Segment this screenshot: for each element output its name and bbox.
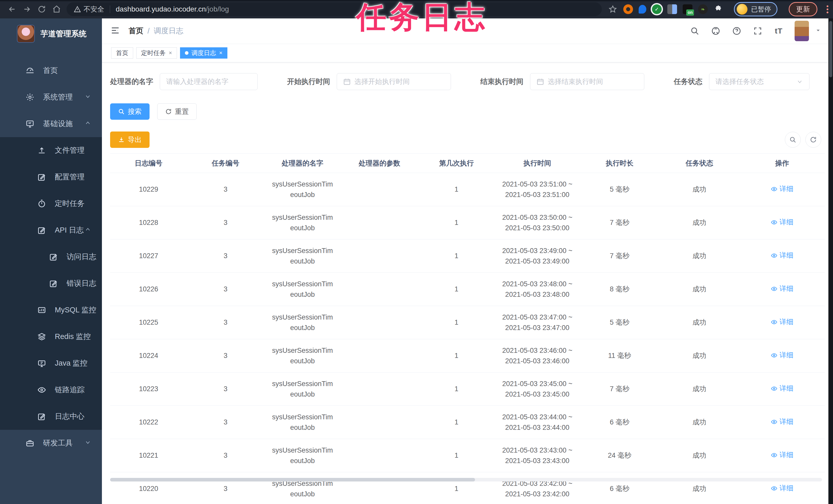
exec-time-cell: 2021-05-03 23:44:00 ~2021-05-03 23:44:00 bbox=[495, 412, 580, 433]
reload-icon[interactable] bbox=[34, 2, 49, 17]
chevron-down-icon[interactable] bbox=[815, 27, 821, 34]
actions-cell: 详细 bbox=[739, 483, 825, 495]
back-icon[interactable] bbox=[5, 2, 20, 17]
font-size-icon[interactable]: tT bbox=[774, 26, 784, 36]
sidebar-item-6[interactable]: API 日志 bbox=[0, 217, 102, 244]
extension-green-icon[interactable]: ✓ bbox=[652, 4, 662, 14]
extension-drop-icon[interactable] bbox=[639, 5, 646, 14]
browser-menu-icon[interactable] bbox=[827, 5, 828, 13]
vertical-scrollbar[interactable] bbox=[828, 19, 833, 504]
app-logo bbox=[17, 25, 35, 43]
sidebar-item-4[interactable]: 配置管理 bbox=[0, 164, 102, 190]
status-cell: 成功 bbox=[659, 417, 739, 428]
extension-switch-icon[interactable]: on bbox=[683, 4, 692, 14]
start-time-input-wrap bbox=[337, 73, 451, 90]
refresh-icon[interactable] bbox=[805, 132, 821, 148]
export-button[interactable]: 导出 bbox=[110, 131, 149, 148]
search-icon[interactable] bbox=[690, 26, 700, 36]
forward-icon[interactable] bbox=[20, 2, 34, 17]
java-icon bbox=[38, 359, 46, 368]
eye-icon bbox=[771, 485, 778, 492]
log-id-cell: 10224 bbox=[110, 351, 187, 361]
sidebar-item-9[interactable]: MySQL 监控 bbox=[0, 297, 102, 323]
breadcrumb-home[interactable]: 首页 bbox=[128, 26, 143, 36]
browser-toolbar: 不安全 dashboard.yudao.iocoder.cn/job/log ✓… bbox=[0, 0, 833, 19]
toggle-search-icon[interactable] bbox=[785, 132, 801, 148]
status-cell: 成功 bbox=[659, 218, 739, 228]
not-secure-warning[interactable]: 不安全 bbox=[74, 5, 104, 14]
home-icon[interactable] bbox=[49, 2, 64, 17]
search-button[interactable]: 搜索 bbox=[110, 103, 149, 120]
detail-link[interactable]: 详细 bbox=[771, 283, 793, 294]
handler-name-cell: sysUserSessionTimeoutJob bbox=[264, 312, 341, 333]
github-icon[interactable] bbox=[711, 26, 721, 36]
detail-link[interactable]: 详细 bbox=[771, 184, 793, 194]
fullscreen-icon[interactable] bbox=[753, 26, 763, 36]
task-id-cell: 3 bbox=[187, 417, 264, 428]
chevron-down-icon bbox=[85, 93, 91, 102]
sidebar-item-0[interactable]: 首页 bbox=[0, 57, 102, 84]
horizontal-scrollbar[interactable] bbox=[110, 478, 822, 481]
table-body: 102293sysUserSessionTimeoutJob12021-05-0… bbox=[110, 173, 825, 504]
bookmark-star-icon[interactable] bbox=[608, 4, 618, 14]
table-row: 102223sysUserSessionTimeoutJob12021-05-0… bbox=[110, 406, 825, 439]
sidebar-item-14[interactable]: 研发工具 bbox=[0, 430, 102, 456]
sidebar-item-11[interactable]: Java 监控 bbox=[0, 350, 102, 377]
duration-cell: 6 毫秒 bbox=[580, 417, 660, 428]
sidebar-logo-row[interactable]: 芋道管理系统 bbox=[0, 19, 102, 45]
log-id-cell: 10226 bbox=[110, 284, 187, 295]
eye-icon bbox=[771, 319, 778, 325]
vertical-scrollbar-thumb[interactable] bbox=[829, 21, 832, 77]
sidebar-item-5[interactable]: 定时任务 bbox=[0, 190, 102, 217]
extensions-puzzle-icon[interactable] bbox=[713, 4, 723, 14]
end-time-input-wrap bbox=[530, 73, 644, 90]
detail-link[interactable]: 详细 bbox=[771, 383, 793, 394]
sidebar-item-10[interactable]: Redis 监控 bbox=[0, 323, 102, 350]
end-time-input[interactable] bbox=[548, 78, 638, 86]
horizontal-scrollbar-thumb[interactable] bbox=[110, 478, 475, 481]
column-header-2: 处理器的名字 bbox=[264, 158, 341, 169]
sidebar-item-1[interactable]: 系统管理 bbox=[0, 84, 102, 110]
tag-2[interactable]: 调度日志× bbox=[180, 47, 228, 58]
detail-link[interactable]: 详细 bbox=[771, 450, 793, 460]
browser-update-button[interactable]: 更新 bbox=[789, 2, 817, 16]
eye-icon bbox=[38, 385, 46, 394]
address-bar[interactable]: 不安全 dashboard.yudao.iocoder.cn/job/log bbox=[67, 2, 602, 16]
detail-link[interactable]: 详细 bbox=[771, 350, 793, 360]
sidebar-item-12[interactable]: 链路追踪 bbox=[0, 377, 102, 403]
user-avatar[interactable] bbox=[794, 21, 809, 41]
sidebar-item-13[interactable]: 日志中心 bbox=[0, 403, 102, 430]
chevron-up-icon bbox=[85, 226, 91, 234]
close-icon[interactable]: × bbox=[219, 50, 222, 56]
sidebar-item-8[interactable]: 错误日志 bbox=[0, 270, 102, 297]
start-time-input[interactable] bbox=[354, 78, 445, 86]
detail-link[interactable]: 详细 bbox=[771, 217, 793, 227]
status-select[interactable]: 请选择任务状态 bbox=[709, 73, 809, 90]
sidebar-item-2[interactable]: 基础设施 bbox=[0, 110, 102, 137]
extension-orange-icon[interactable] bbox=[623, 4, 633, 14]
status-cell: 成功 bbox=[659, 317, 739, 328]
detail-link[interactable]: 详细 bbox=[771, 483, 793, 494]
profile-paused-badge[interactable]: 已暂停 bbox=[734, 2, 778, 16]
extension-grid-icon[interactable] bbox=[667, 4, 677, 14]
close-icon[interactable]: × bbox=[169, 50, 172, 56]
detail-label: 详细 bbox=[780, 217, 793, 227]
detail-link[interactable]: 详细 bbox=[771, 417, 793, 427]
detail-link[interactable]: 详细 bbox=[771, 317, 793, 327]
sidebar-item-label: 首页 bbox=[43, 66, 58, 76]
extension-leaf-icon[interactable]: ❧ bbox=[698, 4, 708, 14]
reset-button[interactable]: 重置 bbox=[157, 103, 197, 120]
tag-1[interactable]: 定时任务× bbox=[136, 47, 177, 58]
log-id-cell: 10225 bbox=[110, 317, 187, 328]
detail-link[interactable]: 详细 bbox=[771, 250, 793, 261]
url-host: dashboard.yudao.iocoder.cn bbox=[116, 5, 206, 13]
help-icon[interactable] bbox=[732, 26, 742, 36]
tag-0[interactable]: 首页 bbox=[111, 47, 133, 58]
handler-input[interactable] bbox=[166, 78, 251, 86]
duration-cell: 6 毫秒 bbox=[580, 483, 660, 494]
sidebar-item-7[interactable]: 访问日志 bbox=[0, 244, 102, 270]
breadcrumb-current: 调度日志 bbox=[153, 26, 183, 36]
sidebar-item-3[interactable]: 文件管理 bbox=[0, 137, 102, 164]
hamburger-icon[interactable] bbox=[110, 25, 121, 36]
column-header-6: 执行时长 bbox=[580, 158, 660, 169]
